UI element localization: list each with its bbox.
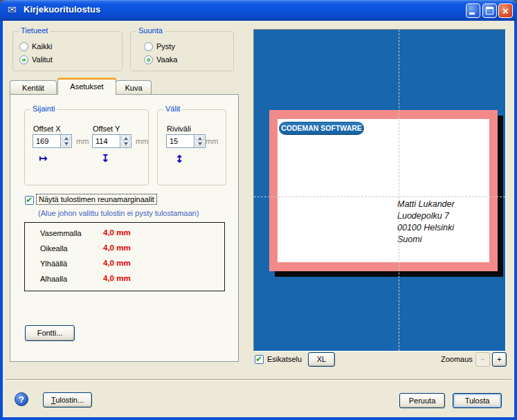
- margin-right-value: 4,0 mm: [103, 244, 131, 252]
- sender-logo: CODEMAN SOFTWARE: [279, 122, 364, 135]
- group-valit-label: Välit: [163, 104, 182, 113]
- address-line: Matti Lukander: [397, 199, 501, 210]
- offset-y-spin-buttons: [120, 134, 131, 148]
- print-button-label: Tulosta: [465, 396, 490, 405]
- center-guide-horizontal: [254, 197, 505, 197]
- offset-y-direction-icon: ↧: [101, 152, 110, 165]
- minus-icon: −: [480, 355, 484, 363]
- minimize-icon: [469, 12, 475, 15]
- spin-up-icon: [124, 137, 128, 140]
- rivivali-spinner: 15: [166, 134, 206, 148]
- close-icon: ×: [499, 4, 512, 17]
- tab-asetukset[interactable]: Asetukset: [57, 77, 116, 95]
- offset-x-spin-buttons: [60, 134, 72, 148]
- spin-up-icon: [64, 137, 69, 140]
- maximize-button[interactable]: [482, 3, 497, 18]
- spin-down-icon: [64, 143, 69, 145]
- print-button[interactable]: Tulosta: [453, 393, 502, 408]
- offset-x-spinner: 169: [33, 134, 72, 148]
- offset-y-unit: mm: [136, 137, 148, 145]
- bottom-divider: [6, 379, 511, 381]
- printer-margins-table: Vasemmalla 4,0 mm Oikealla 4,0 mm Ylhääl…: [24, 222, 225, 291]
- rivivali-spin-up-button[interactable]: [195, 136, 204, 141]
- radio-vaaka[interactable]: [144, 55, 153, 64]
- spin-up-icon: [198, 137, 202, 140]
- esikatselu-checkbox[interactable]: [255, 355, 264, 364]
- printer-button-label: ulostin...: [55, 396, 84, 404]
- rivivali-unit: mm: [206, 137, 218, 145]
- esikatselu-label: Esikatselu: [267, 355, 302, 363]
- margin-left-value: 4,0 mm: [103, 228, 131, 237]
- question-mark-icon: ?: [19, 394, 24, 405]
- minimize-button[interactable]: [466, 3, 480, 18]
- rivivali-direction-icon: ↕: [175, 153, 184, 165]
- xl-button-label: XL: [317, 355, 326, 363]
- show-printer-margins-checkbox[interactable]: [25, 196, 34, 205]
- margin-left-label: Vasemmalla: [40, 229, 82, 237]
- titlebar[interactable]: ✉ Kirjekuoritulostus ×: [0, 0, 517, 21]
- cancel-button-label: Peruuta: [409, 396, 436, 405]
- envelope-print-dialog: ✉ Kirjekuoritulostus × Tietueet Kaikki V…: [0, 0, 517, 420]
- close-button[interactable]: ×: [498, 3, 513, 18]
- font-button-label: Fontti...: [37, 329, 63, 337]
- group-tietueet: Tietueet: [12, 31, 123, 71]
- tab-kentat-label: Kentät: [22, 84, 44, 92]
- maximize-icon: [486, 7, 493, 15]
- rivivali-spin-down-button[interactable]: [195, 142, 204, 147]
- offset-x-direction-icon: ↦: [39, 152, 48, 165]
- margin-top-value: 4,0 mm: [103, 259, 131, 267]
- spin-down-icon: [198, 143, 202, 145]
- radio-valitut[interactable]: [19, 55, 28, 64]
- radio-kaikki-label: Kaikki: [32, 42, 52, 51]
- radio-pysty-label: Pysty: [156, 42, 175, 51]
- zoomaus-label: Zoomaus: [441, 355, 473, 363]
- group-suunta: Suunta: [130, 31, 234, 71]
- cancel-button[interactable]: Peruuta: [399, 393, 445, 408]
- font-button[interactable]: Fontti...: [25, 325, 75, 341]
- radio-pysty[interactable]: [144, 42, 153, 51]
- preview-panel: CODEMAN SOFTWARE Matti Lukander Luodepol…: [253, 29, 506, 351]
- group-tietueet-label: Tietueet: [19, 26, 50, 35]
- radio-vaaka-label: Vaaka: [156, 55, 177, 64]
- recipient-address: Matti Lukander Luodepolku 7 00100 Helsin…: [397, 199, 501, 246]
- group-suunta-label: Suunta: [136, 26, 165, 35]
- show-printer-margins-label[interactable]: Näytä tulostimen reunamarginaalit: [36, 194, 157, 205]
- offset-x-spin-down-button[interactable]: [62, 142, 71, 147]
- offset-y-spin-up-button[interactable]: [121, 136, 130, 141]
- rivivali-label: Riviväli: [167, 125, 191, 133]
- margin-top-label: Ylhäällä: [40, 259, 67, 268]
- xl-button[interactable]: XL: [308, 352, 335, 367]
- address-line: Luodepolku 7: [397, 210, 501, 222]
- offset-y-spinner: 114: [92, 134, 131, 148]
- spin-down-icon: [124, 143, 128, 145]
- offset-x-unit: mm: [76, 137, 89, 145]
- window-title: Kirjekuoritulostus: [24, 4, 100, 15]
- offset-y-input[interactable]: 114: [92, 134, 120, 148]
- margin-bottom-label: Alhaalla: [40, 275, 67, 283]
- margin-bottom-value: 4,0 mm: [103, 274, 131, 282]
- group-sijainti-label: Sijainti: [30, 104, 57, 113]
- plus-icon: +: [497, 355, 501, 363]
- address-line: 00100 Helsinki: [397, 222, 501, 234]
- offset-y-spin-down-button[interactable]: [121, 142, 130, 147]
- offset-x-input[interactable]: 169: [33, 134, 60, 148]
- help-button[interactable]: ?: [15, 392, 28, 406]
- address-line: Suomi: [397, 234, 501, 246]
- radio-valitut-label: Valitut: [32, 55, 53, 64]
- zoom-in-button[interactable]: +: [492, 352, 507, 367]
- center-guide-vertical: [399, 30, 399, 351]
- offset-x-label: Offset X: [33, 125, 61, 133]
- printer-button[interactable]: Tulostin...: [43, 392, 92, 408]
- rivivali-spin-buttons: [194, 134, 206, 148]
- tab-kuva-label: Kuva: [125, 84, 142, 92]
- tab-kuva[interactable]: Kuva: [116, 80, 152, 95]
- envelope-icon: ✉: [8, 4, 17, 15]
- offset-x-spin-up-button[interactable]: [62, 136, 71, 141]
- offset-y-label: Offset Y: [93, 125, 120, 133]
- zoom-out-button[interactable]: −: [475, 352, 490, 367]
- tab-kentat[interactable]: Kentät: [10, 80, 57, 95]
- rivivali-input[interactable]: 15: [166, 134, 194, 148]
- tab-asetukset-label: Asetukset: [70, 82, 103, 91]
- radio-kaikki[interactable]: [19, 42, 28, 51]
- printer-margins-hint: (Alue johon valittu tulostin ei pysty tu…: [38, 209, 199, 217]
